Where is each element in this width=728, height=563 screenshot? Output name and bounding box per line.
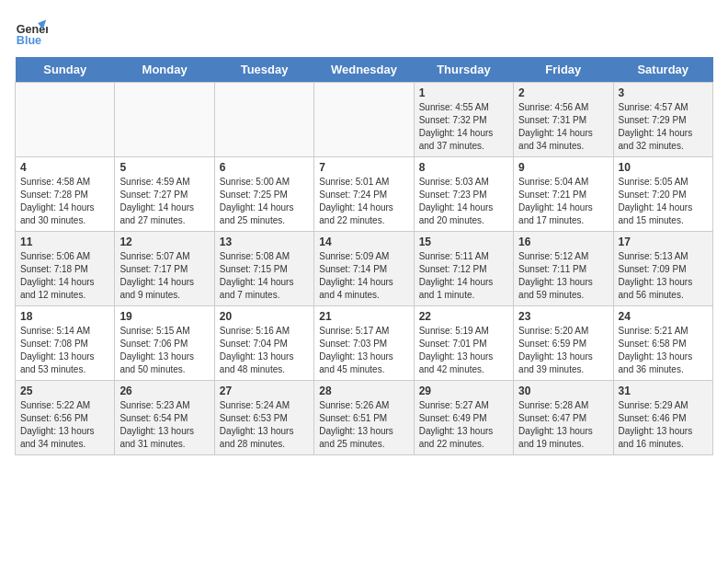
day-number: 8 <box>419 161 508 174</box>
day-info: Sunrise: 5:26 AM Sunset: 6:51 PM Dayligh… <box>319 399 408 451</box>
day-number: 15 <box>419 236 508 248</box>
day-info: Sunrise: 5:01 AM Sunset: 7:24 PM Dayligh… <box>319 176 408 227</box>
calendar-cell: 7Sunrise: 5:01 AM Sunset: 7:24 PM Daylig… <box>314 157 414 232</box>
day-info: Sunrise: 5:04 AM Sunset: 7:21 PM Dayligh… <box>518 176 608 227</box>
calendar-cell: 15Sunrise: 5:11 AM Sunset: 7:12 PM Dayli… <box>414 232 513 306</box>
day-info: Sunrise: 5:23 AM Sunset: 6:54 PM Dayligh… <box>119 399 209 451</box>
page-header: General Blue <box>15 15 713 48</box>
weekday-header-thursday: Thursday <box>414 57 513 83</box>
calendar-cell: 22Sunrise: 5:19 AM Sunset: 7:01 PM Dayli… <box>414 306 513 381</box>
day-info: Sunrise: 4:58 AM Sunset: 7:28 PM Dayligh… <box>20 176 109 227</box>
day-info: Sunrise: 5:16 AM Sunset: 7:04 PM Dayligh… <box>220 325 309 376</box>
day-info: Sunrise: 5:11 AM Sunset: 7:12 PM Dayligh… <box>419 250 508 302</box>
calendar-week-row: 18Sunrise: 5:14 AM Sunset: 7:08 PM Dayli… <box>16 306 713 381</box>
weekday-header-saturday: Saturday <box>613 57 712 83</box>
day-number: 20 <box>220 310 309 323</box>
calendar-cell: 23Sunrise: 5:20 AM Sunset: 6:59 PM Dayli… <box>514 306 613 381</box>
calendar-week-row: 1Sunrise: 4:55 AM Sunset: 7:32 PM Daylig… <box>16 83 713 157</box>
day-info: Sunrise: 5:19 AM Sunset: 7:01 PM Dayligh… <box>419 325 508 376</box>
day-info: Sunrise: 5:14 AM Sunset: 7:08 PM Dayligh… <box>20 325 109 376</box>
day-number: 16 <box>518 236 608 248</box>
day-number: 28 <box>319 385 408 397</box>
calendar-cell: 19Sunrise: 5:15 AM Sunset: 7:06 PM Dayli… <box>115 306 214 381</box>
svg-text:Blue: Blue <box>17 34 41 47</box>
weekday-header-sunday: Sunday <box>16 57 115 83</box>
day-info: Sunrise: 5:03 AM Sunset: 7:23 PM Dayligh… <box>419 176 508 227</box>
day-number: 27 <box>220 385 309 397</box>
day-number: 30 <box>518 385 608 397</box>
calendar-cell: 27Sunrise: 5:24 AM Sunset: 6:53 PM Dayli… <box>214 381 313 455</box>
day-number: 14 <box>319 236 408 248</box>
weekday-header-monday: Monday <box>115 57 214 83</box>
day-info: Sunrise: 4:57 AM Sunset: 7:29 PM Dayligh… <box>619 101 708 153</box>
logo-icon: General Blue <box>15 15 48 48</box>
calendar-cell: 18Sunrise: 5:14 AM Sunset: 7:08 PM Dayli… <box>16 306 115 381</box>
day-info: Sunrise: 5:17 AM Sunset: 7:03 PM Dayligh… <box>319 325 408 376</box>
day-number: 12 <box>119 236 209 248</box>
calendar-cell: 30Sunrise: 5:28 AM Sunset: 6:47 PM Dayli… <box>514 381 613 455</box>
day-number: 9 <box>518 161 608 174</box>
day-info: Sunrise: 4:59 AM Sunset: 7:27 PM Dayligh… <box>119 176 209 227</box>
calendar-cell: 29Sunrise: 5:27 AM Sunset: 6:49 PM Dayli… <box>414 381 513 455</box>
calendar-cell: 21Sunrise: 5:17 AM Sunset: 7:03 PM Dayli… <box>314 306 414 381</box>
calendar-cell: 16Sunrise: 5:12 AM Sunset: 7:11 PM Dayli… <box>514 232 613 306</box>
calendar-week-row: 11Sunrise: 5:06 AM Sunset: 7:18 PM Dayli… <box>16 232 713 306</box>
calendar-table: SundayMondayTuesdayWednesdayThursdayFrid… <box>15 57 713 455</box>
day-number: 25 <box>20 385 109 397</box>
day-number: 6 <box>220 161 309 174</box>
day-number: 21 <box>319 310 408 323</box>
weekday-header-friday: Friday <box>514 57 613 83</box>
day-number: 7 <box>319 161 408 174</box>
day-number: 26 <box>119 385 209 397</box>
day-info: Sunrise: 5:07 AM Sunset: 7:17 PM Dayligh… <box>119 250 209 302</box>
calendar-cell: 10Sunrise: 5:05 AM Sunset: 7:20 PM Dayli… <box>613 157 712 232</box>
calendar-cell: 3Sunrise: 4:57 AM Sunset: 7:29 PM Daylig… <box>613 83 712 157</box>
calendar-cell: 31Sunrise: 5:29 AM Sunset: 6:46 PM Dayli… <box>613 381 712 455</box>
day-info: Sunrise: 4:55 AM Sunset: 7:32 PM Dayligh… <box>419 101 508 153</box>
calendar-cell: 28Sunrise: 5:26 AM Sunset: 6:51 PM Dayli… <box>314 381 414 455</box>
day-number: 22 <box>419 310 508 323</box>
calendar-week-row: 4Sunrise: 4:58 AM Sunset: 7:28 PM Daylig… <box>16 157 713 232</box>
weekday-header-wednesday: Wednesday <box>314 57 414 83</box>
calendar-cell: 4Sunrise: 4:58 AM Sunset: 7:28 PM Daylig… <box>16 157 115 232</box>
day-info: Sunrise: 5:20 AM Sunset: 6:59 PM Dayligh… <box>518 325 608 376</box>
day-number: 10 <box>619 161 708 174</box>
calendar-cell: 17Sunrise: 5:13 AM Sunset: 7:09 PM Dayli… <box>613 232 712 306</box>
calendar-cell: 9Sunrise: 5:04 AM Sunset: 7:21 PM Daylig… <box>514 157 613 232</box>
day-number: 31 <box>619 385 708 397</box>
day-info: Sunrise: 5:29 AM Sunset: 6:46 PM Dayligh… <box>619 399 708 451</box>
calendar-cell: 26Sunrise: 5:23 AM Sunset: 6:54 PM Dayli… <box>115 381 214 455</box>
calendar-cell: 11Sunrise: 5:06 AM Sunset: 7:18 PM Dayli… <box>16 232 115 306</box>
calendar-cell: 6Sunrise: 5:00 AM Sunset: 7:25 PM Daylig… <box>214 157 313 232</box>
day-info: Sunrise: 5:21 AM Sunset: 6:58 PM Dayligh… <box>619 325 708 376</box>
day-info: Sunrise: 5:09 AM Sunset: 7:14 PM Dayligh… <box>319 250 408 302</box>
day-number: 11 <box>20 236 109 248</box>
day-number: 23 <box>518 310 608 323</box>
day-info: Sunrise: 5:12 AM Sunset: 7:11 PM Dayligh… <box>518 250 608 302</box>
day-number: 17 <box>619 236 708 248</box>
day-number: 1 <box>419 86 508 99</box>
day-number: 18 <box>20 310 109 323</box>
day-info: Sunrise: 5:13 AM Sunset: 7:09 PM Dayligh… <box>619 250 708 302</box>
calendar-cell: 24Sunrise: 5:21 AM Sunset: 6:58 PM Dayli… <box>613 306 712 381</box>
day-number: 24 <box>619 310 708 323</box>
day-number: 2 <box>518 86 608 99</box>
day-info: Sunrise: 5:00 AM Sunset: 7:25 PM Dayligh… <box>220 176 309 227</box>
weekday-header-tuesday: Tuesday <box>214 57 313 83</box>
day-info: Sunrise: 5:15 AM Sunset: 7:06 PM Dayligh… <box>119 325 209 376</box>
calendar-cell: 8Sunrise: 5:03 AM Sunset: 7:23 PM Daylig… <box>414 157 513 232</box>
calendar-cell: 25Sunrise: 5:22 AM Sunset: 6:56 PM Dayli… <box>16 381 115 455</box>
day-info: Sunrise: 5:22 AM Sunset: 6:56 PM Dayligh… <box>20 399 109 451</box>
logo: General Blue <box>15 15 51 48</box>
day-number: 4 <box>20 161 109 174</box>
calendar-cell: 2Sunrise: 4:56 AM Sunset: 7:31 PM Daylig… <box>514 83 613 157</box>
calendar-cell: 13Sunrise: 5:08 AM Sunset: 7:15 PM Dayli… <box>214 232 313 306</box>
calendar-cell <box>314 83 414 157</box>
day-number: 29 <box>419 385 508 397</box>
day-info: Sunrise: 5:27 AM Sunset: 6:49 PM Dayligh… <box>419 399 508 451</box>
day-info: Sunrise: 5:24 AM Sunset: 6:53 PM Dayligh… <box>220 399 309 451</box>
calendar-cell: 5Sunrise: 4:59 AM Sunset: 7:27 PM Daylig… <box>115 157 214 232</box>
calendar-cell: 1Sunrise: 4:55 AM Sunset: 7:32 PM Daylig… <box>414 83 513 157</box>
calendar-week-row: 25Sunrise: 5:22 AM Sunset: 6:56 PM Dayli… <box>16 381 713 455</box>
calendar-cell <box>115 83 214 157</box>
